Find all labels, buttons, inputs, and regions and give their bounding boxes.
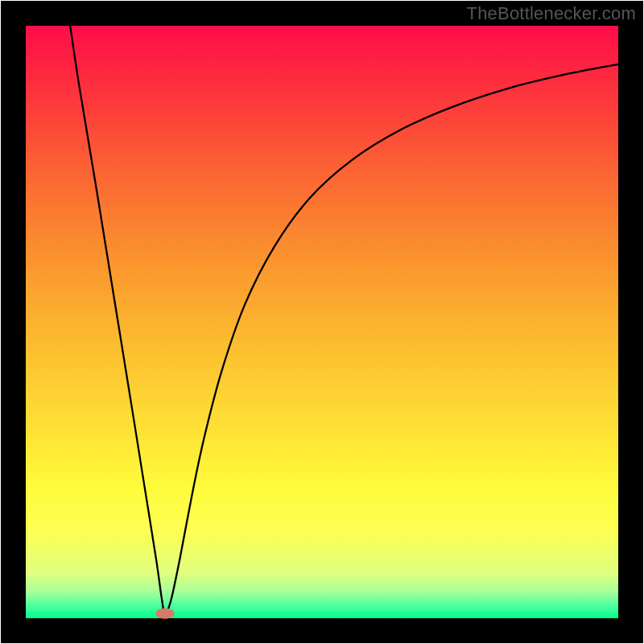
attribution-label: TheBottlenecker.com <box>467 3 636 24</box>
bottleneck-chart <box>0 0 644 644</box>
chart-container: TheBottlenecker.com <box>0 0 644 644</box>
plot-area <box>26 26 618 618</box>
minimum-marker <box>155 608 175 618</box>
